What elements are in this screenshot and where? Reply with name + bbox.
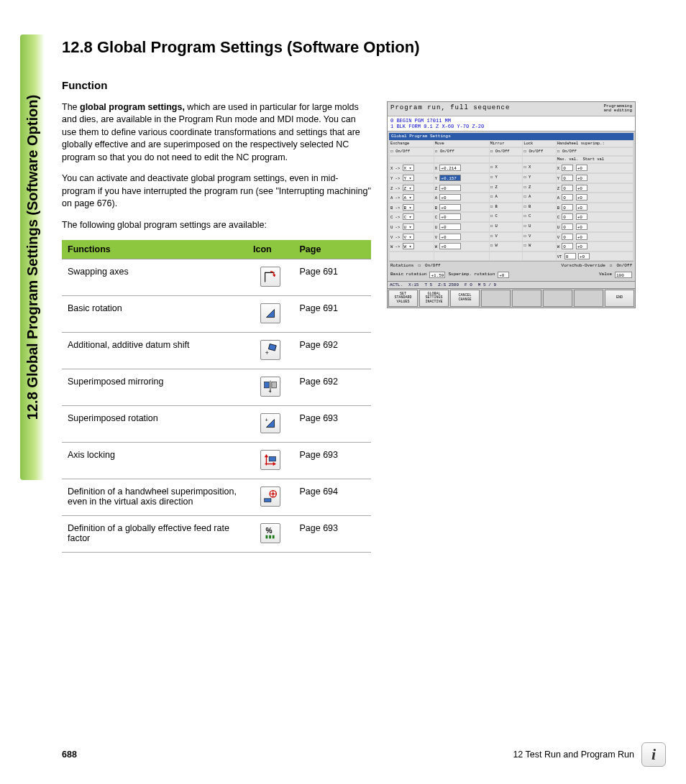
table-row: Basic rotation Page 691 bbox=[62, 296, 371, 333]
softkey-end[interactable]: END bbox=[605, 290, 634, 307]
table-row: Definition of a handwheel superimpositio… bbox=[62, 479, 371, 516]
dialog-axis-row: C -> C ▾C +0☐ C☐ CC 0 +0 bbox=[389, 212, 634, 222]
screenshot-softkeys: SET STANDARD VALUES GLOBAL SETTINGS INAC… bbox=[388, 288, 635, 308]
axis-locking-icon bbox=[260, 450, 280, 470]
dialog-section-headers: Exchange Move Mirror Lock Handwheel supe… bbox=[389, 140, 634, 148]
svg-rect-22 bbox=[269, 535, 271, 539]
table-row: Superimposed mirroring + Page 692 bbox=[62, 369, 371, 406]
svg-marker-11 bbox=[265, 455, 269, 458]
softkey-global-inactive[interactable]: GLOBAL SETTINGS INACTIVE bbox=[419, 290, 449, 307]
softkey-set-standard[interactable]: SET STANDARD VALUES bbox=[388, 290, 418, 307]
dialog-axis-row: Y -> Y ▾Y +0.157☐ Y☐ YY 0 +0 bbox=[389, 173, 634, 183]
svg-rect-4 bbox=[265, 382, 270, 388]
chapter-label: 12 Test Run and Program Run bbox=[513, 750, 634, 760]
screenshot-status-bar: ACTL. X:15 T 5 Z:S 2500 F 0 M 5 / 9 bbox=[388, 281, 635, 288]
svg-text:%: % bbox=[266, 527, 273, 535]
page-footer: 688 12 Test Run and Program Run i bbox=[62, 742, 666, 767]
side-tab: 12.8 Global Program Settings (Software O… bbox=[20, 34, 45, 480]
softkey-cancel-change[interactable]: CANCEL CHANGE bbox=[450, 290, 480, 307]
superimposed-rotation-icon: + bbox=[260, 413, 280, 433]
page-number: 688 bbox=[62, 750, 77, 760]
svg-rect-5 bbox=[272, 382, 277, 388]
dialog-rot-values: Basic rotation +1.59 Superimp. rotation … bbox=[389, 270, 634, 280]
dialog-axes-grid: X -> X ▾X +0.214☐ X☐ XX 0 +0Y -> Y ▾Y +0… bbox=[389, 163, 634, 261]
svg-text:+: + bbox=[265, 417, 268, 423]
svg-text:+: + bbox=[265, 349, 269, 356]
basic-rotation-icon bbox=[260, 303, 280, 323]
table-row: Swapping axes Page 691 bbox=[62, 259, 371, 296]
screenshot-program-listing: 0 BEGIN PGM 17011 MM 1 BLK FORM 0.1 Z X-… bbox=[388, 116, 635, 132]
table-row: Superimposed rotation + Page 693 bbox=[62, 406, 371, 443]
dialog-rotations-row: Rotations ☐On/Off Vorschub-Override ☐On/… bbox=[389, 261, 634, 269]
content-area: 12.8 Global Program Settings (Software O… bbox=[62, 37, 651, 553]
dialog-hw-headers: Max. val.Start val bbox=[389, 156, 634, 164]
screenshot-panel: Program run, full sequence Programming a… bbox=[387, 101, 636, 308]
dialog-axis-row: A -> A ▾A +0☐ A☐ AA 0 +0 bbox=[389, 193, 634, 203]
dialog-axis-row: V -> V ▾V +0☐ V☐ VV 0 +0 bbox=[389, 232, 634, 242]
page-title: 12.8 Global Program Settings (Software O… bbox=[62, 37, 651, 57]
dialog-axis-row: Z -> Z ▾Z +0☐ Z☐ ZZ 0 +0 bbox=[389, 183, 634, 193]
svg-rect-2 bbox=[269, 343, 277, 351]
table-row: Axis locking Page 693 bbox=[62, 443, 371, 479]
col-icon: Icon bbox=[247, 240, 294, 259]
svg-rect-21 bbox=[266, 535, 268, 539]
handwheel-icon bbox=[260, 486, 280, 507]
svg-rect-19 bbox=[265, 499, 271, 502]
svg-marker-13 bbox=[273, 462, 276, 466]
svg-marker-1 bbox=[267, 309, 275, 317]
intro-paragraph-3: The following global program settings ar… bbox=[62, 219, 371, 232]
table-row: Definition of a globally effective feed … bbox=[62, 516, 371, 553]
functions-table: Functions Icon Page Swapping axes Page 6… bbox=[62, 240, 371, 553]
section-heading-function: Function bbox=[62, 79, 651, 91]
dialog-axis-row: U -> U ▾U +0☐ U☐ UU 0 +0 bbox=[389, 222, 634, 232]
col-page: Page bbox=[294, 240, 372, 259]
mirroring-icon: + bbox=[260, 377, 280, 397]
softkey-empty[interactable] bbox=[543, 290, 572, 307]
softkey-empty[interactable] bbox=[512, 290, 541, 307]
softkey-empty[interactable] bbox=[481, 290, 511, 307]
swap-axes-icon bbox=[260, 267, 280, 287]
intro-paragraph-2: You can activate and deactivate global p… bbox=[62, 172, 371, 211]
info-icon: i bbox=[641, 742, 666, 767]
screenshot-dialog: Global Program Settings Exchange Move Mi… bbox=[388, 132, 635, 280]
dialog-title: Global Program Settings bbox=[389, 133, 634, 139]
screenshot-titlebar: Program run, full sequence Programming a… bbox=[388, 102, 635, 116]
feedrate-icon: % bbox=[260, 523, 280, 543]
dialog-onoff-row: ☐ On/Off ☐ On/Off ☐ On/Off ☐ On/Off ☐ On… bbox=[389, 147, 634, 156]
svg-rect-14 bbox=[269, 456, 275, 461]
softkey-empty[interactable] bbox=[574, 290, 603, 307]
col-functions: Functions bbox=[62, 240, 247, 259]
intro-paragraph-1: The global program settings, which are u… bbox=[62, 101, 371, 165]
dialog-axis-row-vt: VT 0 +0 bbox=[389, 252, 634, 262]
dialog-axis-row: W -> W ▾W +0☐ W☐ WW 0 +0 bbox=[389, 241, 634, 252]
side-tab-label: 12.8 Global Program Settings (Software O… bbox=[24, 95, 41, 420]
svg-rect-23 bbox=[273, 535, 275, 539]
table-row: Additional, additive datum shift + Page … bbox=[62, 333, 371, 369]
dialog-axis-row: B -> B ▾B +0☐ B☐ BB 0 +0 bbox=[389, 203, 634, 213]
svg-text:+: + bbox=[268, 388, 271, 395]
datum-shift-icon: + bbox=[260, 340, 280, 360]
dialog-axis-row: X -> X ▾X +0.214☐ X☐ XX 0 +0 bbox=[389, 163, 634, 173]
